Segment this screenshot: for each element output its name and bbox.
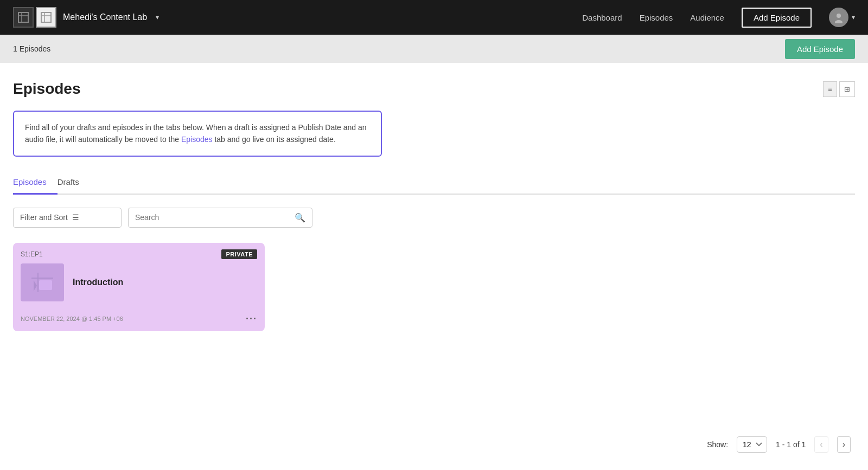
card-content: Introduction [13,263,265,309]
page-title-row: Episodes ≡ ⊞ [13,80,855,98]
logo-icon-primary [17,11,29,23]
card-date: NOVEMBER 22, 2024 @ 1:45 PM +06 [21,316,123,322]
tab-drafts[interactable]: Drafts [58,172,90,195]
card-title: Introduction [73,278,123,287]
subheader: 1 Episodes Add Episode [0,35,868,63]
card-thumbnail [21,263,64,301]
logo-primary [13,7,34,28]
episode-count: 1 Episodes [13,44,50,53]
header-nav: Dashboard Episodes Audience Add Episode … [582,8,855,28]
user-avatar [829,8,848,27]
user-avatar-wrapper[interactable]: ▾ [829,8,855,27]
logo-icon-secondary [40,11,52,23]
page-title: Episodes [13,80,80,98]
info-text-after-link: tab and go live on its assigned date. [213,135,336,144]
svg-rect-3 [41,12,51,22]
episodes-grid: S1:EP1 PRIVATE Introduction [13,243,855,331]
episode-number: S1:EP1 [21,250,43,258]
filter-sort-label: Filter and Sort [20,213,68,222]
card-footer: NOVEMBER 22, 2024 @ 1:45 PM +06 ··· [13,309,265,331]
nav-episodes[interactable]: Episodes [640,13,673,22]
more-options-button[interactable]: ··· [246,313,257,325]
view-toggle: ≡ ⊞ [823,81,855,97]
brand-name: Mehedi's Content Lab [63,12,147,22]
private-badge: PRIVATE [221,249,257,259]
svg-rect-12 [39,280,52,290]
subheader-add-episode-button[interactable]: Add Episode [785,39,855,59]
search-container[interactable]: 🔍 [128,208,312,228]
more-options-icon: ··· [246,313,257,324]
main-header: Mehedi's Content Lab ▾ Dashboard Episode… [0,0,868,35]
header-add-episode-button[interactable]: Add Episode [742,8,812,28]
list-view-button[interactable]: ≡ [823,81,837,97]
filter-sort-container[interactable]: Filter and Sort ☰ [13,208,122,228]
grid-view-button[interactable]: ⊞ [839,81,855,97]
list-view-icon: ≡ [828,85,832,93]
brand-chevron-icon[interactable]: ▾ [156,14,159,21]
thumbnail-icon [30,272,54,293]
main-content: Episodes ≡ ⊞ Find all of your drafts and… [0,63,868,349]
logo-secondary [36,7,56,28]
svg-point-7 [835,20,843,23]
episode-tabs: Episodes Drafts [13,172,855,195]
search-icon: 🔍 [295,213,305,223]
filter-sort-icon: ☰ [72,213,79,222]
info-episodes-link[interactable]: Episodes [181,135,213,144]
svg-point-6 [837,14,841,18]
nav-audience[interactable]: Audience [690,13,724,22]
avatar-icon [833,11,845,23]
filter-row: Filter and Sort ☰ 🔍 [13,208,855,228]
avatar-chevron-icon: ▾ [852,14,855,21]
card-top: S1:EP1 PRIVATE [13,243,265,263]
tab-episodes[interactable]: Episodes [13,172,58,195]
grid-view-icon: ⊞ [844,85,850,93]
nav-dashboard[interactable]: Dashboard [582,13,622,22]
svg-rect-0 [18,12,28,22]
card-inner: S1:EP1 PRIVATE Introduction [13,243,265,331]
header-left: Mehedi's Content Lab ▾ [13,7,159,28]
episode-card[interactable]: S1:EP1 PRIVATE Introduction [13,243,265,331]
info-box: Find all of your drafts and episodes in … [13,111,382,157]
search-input[interactable] [135,213,290,222]
